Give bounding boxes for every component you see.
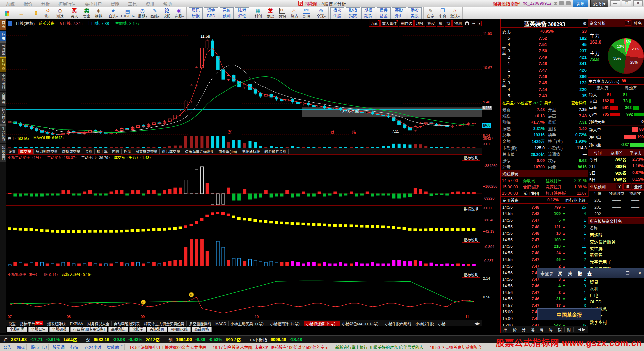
button-板块[interactable]: 板块 — [331, 8, 344, 13]
quote-tab-分[interactable]: 分 — [519, 327, 528, 332]
subtab-内盘[interactable]: 内盘 — [110, 149, 122, 154]
back-icon[interactable]: ← — [15, 8, 28, 19]
quote-tab-笔[interactable]: 笔 — [528, 327, 537, 332]
button-美股[interactable]: 美股 — [408, 13, 421, 19]
sidebar-item-K线图[interactable]: K线图 — [0, 57, 6, 72]
sidebar-item-自选股[interactable]: 自选股 — [0, 92, 6, 106]
kline-button-删自选[interactable]: 删自选 — [399, 20, 414, 27]
ticker-link-股灵通[interactable]: 股灵通 — [51, 344, 66, 350]
rank-button[interactable]: 排名 — [632, 20, 644, 26]
trade-window-icon[interactable]: ❐ — [623, 271, 631, 276]
kline-button-预测[interactable]: 预测 — [452, 20, 463, 27]
trade-button[interactable]: 委托 |▾ — [590, 0, 609, 7]
quote-tab-arrows[interactable]: ◀ ▶ — [576, 327, 588, 332]
sector-item-交运设备服务[interactable]: 交运设备服务 — [588, 238, 644, 245]
indicator-tab-设置[interactable]: 设置 — [6, 321, 18, 326]
button-债券[interactable]: 债券 — [377, 8, 390, 13]
menu-帮助[interactable]: 帮助 — [159, 0, 176, 7]
indicator-tab-MACD[interactable]: MACD — [213, 321, 228, 326]
indicator1-chart[interactable] — [6, 160, 482, 206]
revise-button[interactable]: ↺修正 — [42, 8, 54, 19]
kline-button-叠[interactable]: 叠 — [437, 20, 444, 27]
sector-item-丙烯酸[interactable]: 丙烯酸 — [588, 231, 644, 238]
simulate-button[interactable]: ◈模拟 — [93, 8, 105, 19]
menu-报价[interactable]: 报价 — [19, 0, 36, 7]
f10-button[interactable]: ▤F10/F9▾ — [119, 8, 136, 19]
trade-买-button[interactable]: 买 — [558, 270, 562, 276]
info-tab-论股堂[interactable]: 论股堂 — [129, 327, 146, 332]
updown-icon[interactable]: ⇕ — [30, 8, 42, 19]
sector-item-贸易[interactable]: 贸易 — [588, 278, 644, 285]
kline-button-重大事件[interactable]: 重大事件 — [380, 20, 398, 27]
info-tab-个股公告[interactable]: 个股公告 — [28, 327, 48, 332]
indicator-tab-EXPMA[interactable]: EXPMA — [68, 321, 86, 326]
sidebar-item-超级盘口[interactable]: 超级盘口 — [0, 144, 6, 162]
view-detail-link[interactable]: 查看详细 — [571, 100, 588, 105]
index-segment-中小板指[interactable]: 中小板指6096.48-18.48 — [250, 336, 302, 343]
indicator-tab-小杨彩色MACD（3号）[interactable]: 小杨彩色MACD（3号） — [340, 321, 383, 326]
quote-tab-价[interactable]: 价 — [510, 327, 519, 332]
book-row[interactable]: 47.5145 — [501, 41, 588, 48]
indicator-tab-爆发趋势线[interactable]: 爆发趋势线 — [45, 321, 68, 326]
sidebar-item-应用[interactable]: 应用 — [0, 31, 6, 42]
menu-资讯[interactable]: 资讯 — [142, 0, 158, 7]
favorites-button[interactable]: ★自选▾ — [107, 8, 119, 19]
palette-grid-icon[interactable] — [1, 8, 13, 19]
period-button[interactable]: ◷周期▾ — [136, 8, 149, 19]
indicator2-chart[interactable] — [6, 205, 482, 236]
menu-智能[interactable]: 智能 — [107, 0, 123, 7]
sector-item-OLED[interactable]: OLED — [588, 298, 644, 305]
ticker-link-行情[interactable]: 行情 — [69, 344, 80, 350]
quote-tab-筹[interactable]: 筹 — [537, 327, 546, 332]
sector-item-光学光电子[interactable]: 光学光电子 — [588, 258, 644, 265]
book-row[interactable]: 47.44220 — [501, 86, 588, 93]
help-button[interactable]: ? — [625, 20, 631, 26]
subtab-欢乐海岸筹码密集[interactable]: 欢乐海岸筹码密集 — [182, 149, 216, 154]
subtab-融资融券余额[interactable]: 融资融券余额 — [262, 149, 289, 154]
minimize-button[interactable]: — — [610, 0, 620, 6]
hotspot-button[interactable]: ♨热点 — [288, 8, 301, 19]
button-竞价[interactable]: 竞价 — [220, 8, 233, 13]
perf-detail-button[interactable]: 详 — [623, 183, 631, 190]
menu-工具[interactable]: 工具 — [124, 0, 141, 7]
subtab-金额[interactable]: 金额 — [83, 149, 95, 154]
indicator2-help-button[interactable]: 指标说明 — [462, 206, 480, 212]
star-market-button[interactable]: ▦科创 — [252, 8, 264, 19]
sector-item-水利[interactable]: 水利 — [588, 285, 644, 292]
sidebar-item-综合排名[interactable]: 综合排名 — [0, 107, 6, 125]
trade-查-button[interactable]: 查 — [587, 270, 592, 276]
button-基金[interactable]: 基金 — [377, 13, 390, 19]
book-row[interactable]: 17.48341 — [501, 60, 588, 67]
subtab-盘后成交量[interactable]: 盘后成交量 — [160, 149, 182, 154]
index-segment-深[interactable]: 深9582.16-39.98-0.42%2012亿 — [86, 336, 160, 343]
button-英股[interactable]: 英股 — [392, 8, 406, 13]
kline-button-复权[interactable]: 复权 — [426, 20, 436, 27]
subtab-成交量[interactable]: 成交量 — [18, 149, 34, 154]
perf-help-button[interactable]: ? — [616, 184, 623, 189]
stockpick-button[interactable]: ◉选股▾ — [173, 8, 185, 19]
ticker-link-智能助手[interactable]: 智能助手 — [106, 344, 125, 350]
buy-button[interactable]: 买买入 — [68, 8, 80, 19]
sidebar-item-牛叉诊断[interactable]: 牛叉诊断 — [0, 125, 6, 143]
kline-button-窗[interactable]: 窗 — [445, 20, 452, 27]
sector-item-柔性屏[interactable]: 柔性屏 — [588, 245, 644, 251]
info-tab-个股研报[interactable]: 个股研报 — [49, 327, 69, 332]
book-row[interactable]: 57.4335 — [501, 93, 588, 99]
quote-tab-财[interactable]: 财 — [565, 327, 574, 332]
alert-row[interactable]: 15:00:03光正集团打开跌停板11.07 — [501, 190, 588, 196]
subtab-陆股通持股[interactable]: 陆股通持股 — [239, 149, 262, 154]
button-沪伦[interactable]: 沪伦 — [235, 13, 249, 19]
indicator4-help-button[interactable]: 指标说明 — [462, 272, 480, 278]
sector-item-新零售[interactable]: 新零售 — [588, 251, 644, 258]
jump-icon[interactable]: ⇥ — [471, 21, 476, 26]
dragon-tiger-button[interactable]: 龙龙虎 — [264, 8, 276, 19]
button-资金[interactable]: 资金 — [204, 8, 218, 13]
indicator-tab-梅花令主力资金买卖趋势[interactable]: 梅花令主力资金买卖趋势 — [142, 321, 187, 326]
kline-button-九转[interactable]: 九转 — [369, 20, 380, 27]
book-row[interactable]: 37.45172 — [501, 80, 588, 86]
gift-icon[interactable] — [566, 1, 571, 5]
indicator4-chart[interactable]: ¥¥ — [6, 277, 482, 314]
indicator-tab-自动画笔报列表[interactable]: 自动画笔报列表 — [112, 321, 142, 326]
button-外汇[interactable]: 外汇 — [392, 13, 406, 19]
chart-mode-icon[interactable] — [8, 21, 12, 26]
